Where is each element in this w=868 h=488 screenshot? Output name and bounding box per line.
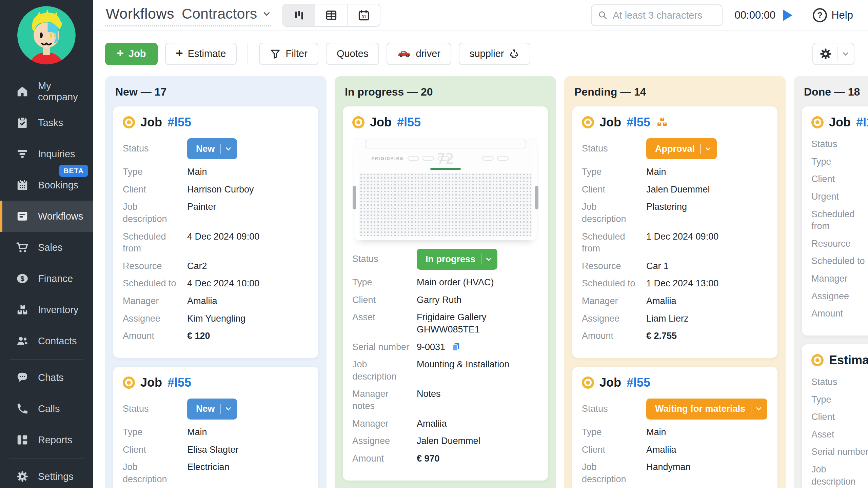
filter-button[interactable]: Filter (259, 43, 318, 65)
status-dropdown[interactable]: Approval (646, 138, 717, 159)
calendar-icon: 31 (358, 9, 370, 21)
job-card[interactable]: Job #l55 Status Approval TypeMain Client… (572, 106, 777, 358)
sidebar-divider (9, 458, 83, 459)
sidebar-item-contacts[interactable]: Contacts (0, 325, 93, 357)
card-entity: Job (140, 115, 162, 129)
sidebar-item-bookings[interactable]: BETA Bookings (0, 169, 93, 201)
svg-text:$: $ (20, 274, 24, 282)
board-switcher[interactable]: Workflows Contractors (105, 4, 271, 26)
column-header: Pending — 14 (572, 76, 777, 106)
sidebar-item-label: Reports (38, 434, 73, 446)
card-entity: Estimate (829, 353, 868, 367)
card-header: Estimate # (811, 353, 868, 367)
main-area: Workflows Contractors 31 00 (93, 0, 868, 488)
calendar-view-button[interactable]: 31 (348, 4, 380, 26)
copy-icon[interactable] (451, 342, 461, 351)
status-dropdown[interactable]: New (187, 399, 237, 420)
field-label: Type (811, 156, 868, 168)
job-card[interactable]: Job #l55 Status New TypeMain ClientHarri… (113, 106, 318, 358)
field-value: 4 Dec 2024 09:00 (187, 231, 309, 255)
card-number-link[interactable]: #I116 (856, 115, 868, 129)
job-target-icon (811, 354, 824, 366)
card-number-link[interactable]: #l55 (167, 115, 191, 129)
job-target-icon (123, 377, 135, 389)
cart-icon (16, 241, 29, 254)
field-value: Main (646, 426, 768, 439)
field-label: Manager (582, 295, 646, 307)
field-value: 4 Dec 2024 10:00 (187, 278, 309, 290)
workflows-icon (16, 209, 29, 223)
board-settings-button[interactable] (812, 43, 854, 65)
table-view-button[interactable] (315, 4, 348, 26)
sidebar-item-label: Chats (38, 372, 64, 383)
search-input[interactable] (613, 10, 715, 21)
quotes-button[interactable]: Quotes (326, 43, 379, 65)
sidebar-item-sales[interactable]: Sales (0, 232, 93, 263)
sidebar-item-calls[interactable]: Calls (0, 393, 93, 424)
job-card[interactable]: Job #l55 Status Waiting for materials Ty… (572, 367, 777, 488)
sidebar-item-chats[interactable]: Chats (0, 362, 93, 393)
field-label: Asset (352, 311, 417, 336)
job-card[interactable]: Job #l55 Status New TypeMain ClientElisa… (113, 367, 318, 488)
field-label: Client (582, 444, 646, 456)
sidebar-item-settings[interactable]: Settings (0, 461, 93, 488)
driver-button[interactable]: driver (387, 43, 451, 65)
field-value: Main (187, 166, 309, 178)
sidebar-item-tasks[interactable]: Tasks (0, 107, 93, 138)
job-target-icon (123, 116, 135, 128)
button-divider (837, 46, 838, 61)
status-dropdown[interactable]: In progress (417, 249, 497, 270)
field-value: Elisa Slagter (187, 444, 309, 456)
job-target-icon (582, 116, 594, 128)
job-card[interactable]: Job #I116 Status Type Client Urgent Sche… (802, 106, 868, 336)
field-value: Main (646, 166, 768, 178)
sidebar-item-workflows[interactable]: Workflows (0, 201, 93, 232)
field-label: Assignee (811, 290, 868, 303)
board-name: Contractors (182, 5, 257, 22)
card-number-link[interactable]: #l55 (627, 115, 650, 129)
sidebar: My company Tasks Inquiries BETA Booking (0, 0, 93, 488)
plus-icon: + (117, 47, 124, 59)
card-number-link[interactable]: #l55 (397, 115, 421, 129)
field-label: Manager notes (352, 388, 417, 412)
card-header: Job #l55 (123, 115, 309, 129)
job-card[interactable]: Job #l55 FRIGIDAIRE 72 (343, 106, 548, 481)
help-button[interactable]: ? Help (813, 8, 853, 22)
kanban-icon (293, 9, 305, 21)
user-avatar[interactable] (17, 6, 76, 64)
add-job-button[interactable]: + Job (105, 43, 158, 65)
view-toggle-group: 31 (282, 4, 380, 27)
sidebar-item-reports[interactable]: Reports (0, 424, 93, 455)
field-label: Resource (582, 260, 646, 272)
chevron-down-icon (706, 145, 711, 150)
sidebar-item-my-company[interactable]: My company (0, 76, 93, 107)
field-label: Client (582, 184, 646, 196)
sidebar-item-label: Tasks (38, 117, 63, 128)
field-label: Resource (123, 260, 187, 272)
sidebar-item-label: Contacts (38, 336, 77, 347)
status-dropdown[interactable]: Waiting for materials (646, 399, 767, 420)
add-estimate-button[interactable]: + Estimate (165, 43, 237, 65)
field-label: Scheduled to (811, 255, 868, 267)
job-target-icon (352, 116, 364, 128)
sidebar-item-inventory[interactable]: Inventory (0, 294, 93, 325)
field-value: Liam Lierz (646, 313, 768, 325)
field-label: Job description (811, 464, 868, 488)
sidebar-item-finance[interactable]: $ Finance (0, 263, 93, 294)
supplier-button[interactable]: supplier (459, 43, 531, 65)
field-label: Assignee (123, 313, 187, 325)
card-number-link[interactable]: #l55 (627, 375, 650, 390)
field-value-serial: 9-0031 (417, 341, 538, 353)
timer-play-button[interactable] (783, 9, 792, 21)
kanban-view-button[interactable] (283, 4, 315, 26)
field-label: Type (582, 426, 646, 439)
job-target-icon (582, 377, 594, 389)
status-dropdown[interactable]: New (187, 138, 237, 159)
card-number-link[interactable]: #l55 (167, 375, 191, 390)
card-entity: Job (140, 375, 162, 390)
toolbar-divider (248, 43, 248, 64)
estimate-card[interactable]: Estimate # Status Type Client Asset Seri… (802, 344, 868, 488)
card-header: Job #l55 (582, 375, 768, 390)
reports-icon (16, 433, 29, 447)
sidebar-item-label: Bookings (38, 180, 78, 191)
